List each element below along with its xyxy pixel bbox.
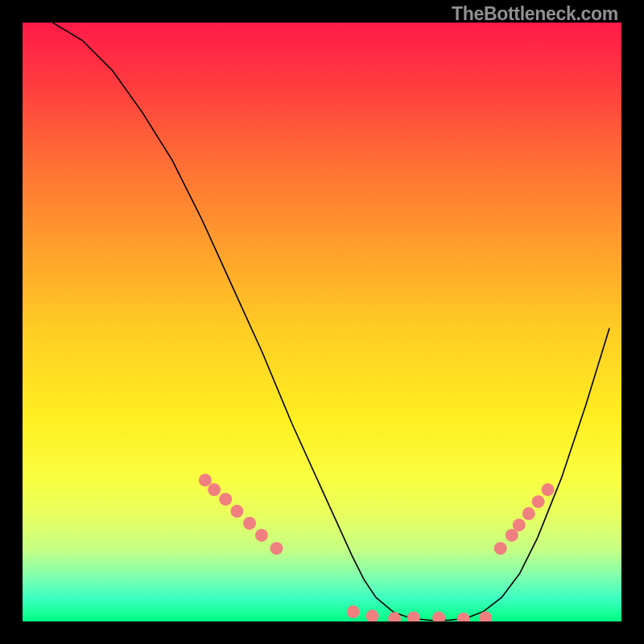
marker-dot <box>522 507 535 520</box>
marker-dot <box>255 529 268 542</box>
marker-dot <box>208 483 221 496</box>
marker-group <box>199 473 555 621</box>
marker-dot <box>219 493 232 506</box>
marker-dot <box>243 517 256 530</box>
marker-dot <box>199 473 212 486</box>
marker-dot <box>230 505 243 518</box>
marker-dot <box>407 612 420 622</box>
curve-line <box>52 23 609 621</box>
marker-dot <box>270 542 283 555</box>
chart-svg <box>23 23 621 621</box>
marker-dot <box>457 613 470 621</box>
marker-dot <box>542 483 555 496</box>
marker-dot <box>388 612 401 621</box>
attribution-label: TheBottleneck.com <box>452 3 618 25</box>
marker-dot <box>513 518 526 531</box>
marker-dot <box>494 542 507 555</box>
chart-stage: TheBottleneck.com <box>0 0 644 644</box>
plot-area <box>23 23 621 621</box>
marker-dot <box>432 612 445 622</box>
marker-dot <box>347 605 360 618</box>
marker-dot <box>532 495 545 508</box>
marker-dot <box>366 609 379 621</box>
